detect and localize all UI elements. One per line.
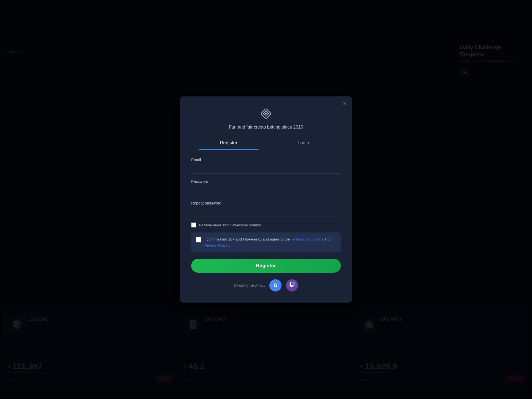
news-checkbox-row: Receive news about awesome promos xyxy=(191,222,341,227)
social-login-row: Or continue with... G xyxy=(191,279,341,291)
repeat-password-input[interactable] xyxy=(191,208,341,217)
modal-tabs: Register Login xyxy=(191,137,341,150)
modal-logo xyxy=(191,106,341,121)
modal-tagline: Fun and fair crypto betting since 2015 xyxy=(191,125,341,130)
terms-prefix: I confirm I am 18+ and I have read and a… xyxy=(204,237,291,241)
news-checkbox[interactable] xyxy=(191,222,196,227)
modal-close-button[interactable]: × xyxy=(343,101,346,107)
news-checkbox-label[interactable]: Receive news about awesome promos xyxy=(199,223,261,227)
terms-checkbox[interactable] xyxy=(196,237,201,242)
password-input[interactable] xyxy=(191,186,341,195)
social-label: Or continue with... xyxy=(234,283,265,288)
svg-point-2 xyxy=(265,113,267,114)
email-label: Email xyxy=(191,158,341,162)
terms-agreement-box: I confirm I am 18+ and I have read and a… xyxy=(191,232,341,252)
google-icon: G xyxy=(273,283,277,288)
site-logo-icon xyxy=(259,106,273,121)
register-form: Email Password Repeat password Receive n… xyxy=(191,158,341,279)
password-label: Password xyxy=(191,179,341,184)
repeat-password-field-group: Repeat password xyxy=(191,201,341,217)
email-input[interactable] xyxy=(191,164,341,174)
terms-conditions-link[interactable]: Terms & Conditions xyxy=(291,237,323,241)
terms-suffix: . xyxy=(228,243,230,247)
privacy-policy-link[interactable]: Privacy Policy xyxy=(204,243,228,247)
tab-login[interactable]: Login xyxy=(266,137,341,150)
google-login-button[interactable]: G xyxy=(269,279,282,291)
terms-middle: and xyxy=(323,237,331,241)
email-field-group: Email xyxy=(191,158,341,174)
tab-register[interactable]: Register xyxy=(191,137,266,150)
register-modal: × Fun and fair crypto betting since 2015… xyxy=(180,96,352,303)
twitch-login-button[interactable] xyxy=(286,279,298,291)
password-field-group: Password xyxy=(191,179,341,195)
repeat-password-label: Repeat password xyxy=(191,201,341,205)
terms-text: I confirm I am 18+ and I have read and a… xyxy=(204,236,336,248)
twitch-icon xyxy=(289,282,295,289)
register-button[interactable]: Register xyxy=(191,259,341,273)
